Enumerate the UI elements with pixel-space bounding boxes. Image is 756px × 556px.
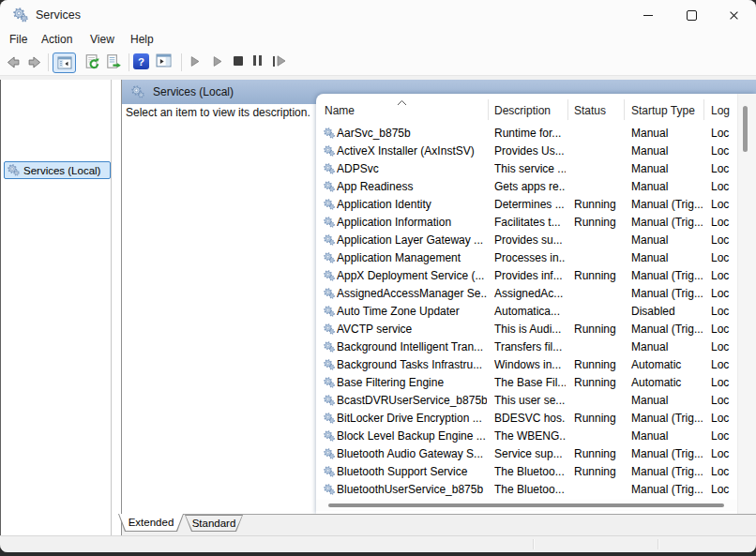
start-service-button[interactable]: [189, 55, 201, 68]
menu-view[interactable]: View: [90, 30, 114, 50]
service-gears-icon: [324, 484, 335, 495]
service-cell-name: BluetoothUserService_b875b: [337, 483, 487, 496]
show-action-pane-button[interactable]: [156, 53, 172, 68]
column-header-status[interactable]: Status: [574, 104, 606, 117]
service-cell-description: The WBENG...: [494, 429, 566, 443]
minimize-button[interactable]: [627, 1, 670, 29]
show-console-tree-button[interactable]: [53, 53, 76, 73]
vertical-scrollbar-thumb[interactable]: [743, 106, 748, 152]
service-cell-startup: Manual (Trig...: [631, 198, 703, 211]
help-button[interactable]: ?: [133, 53, 149, 69]
close-icon: [729, 10, 739, 21]
service-cell-description: Determines ...: [494, 198, 566, 211]
service-cell-description: Provides su...: [494, 233, 566, 247]
service-cell-logon: Loc: [711, 358, 736, 371]
service-cell-name: App Readiness: [337, 180, 487, 193]
pause-service-button[interactable]: [253, 55, 262, 66]
service-row[interactable]: ADPSvc This service ... Manual Loc: [316, 160, 737, 178]
refresh-button[interactable]: [84, 53, 101, 70]
service-row[interactable]: Bluetooth Support Service The Bluetoo...…: [316, 463, 737, 481]
service-row[interactable]: Auto Time Zone Updater Automatica... Dis…: [316, 303, 737, 321]
service-cell-startup: Manual (Trig...: [631, 323, 703, 336]
service-row[interactable]: AssignedAccessManager Se... AssignedAc..…: [316, 285, 737, 303]
service-row[interactable]: Block Level Backup Engine ... The WBENG.…: [316, 428, 737, 445]
service-row[interactable]: Background Intelligent Tran... Transfers…: [316, 338, 737, 356]
menu-bar: File Action View Help: [0, 30, 756, 50]
service-cell-logon: Loc: [711, 483, 736, 496]
service-gears-icon: [324, 217, 335, 228]
forward-arrow-icon: [27, 54, 43, 70]
service-cell-description: Provides inf...: [494, 269, 566, 282]
services-table-body: AarSvc_b875b Runtime for... Manual Loc A…: [316, 125, 737, 499]
service-cell-description: The Bluetoo...: [494, 483, 566, 496]
maximize-icon: [687, 10, 697, 21]
service-cell-startup: Manual: [631, 162, 703, 175]
menu-file[interactable]: File: [9, 30, 27, 50]
column-header-startup[interactable]: Startup Type: [631, 104, 695, 117]
service-row[interactable]: AVCTP service This is Audi... Running Ma…: [316, 321, 737, 338]
column-header-name[interactable]: Name: [325, 104, 355, 117]
title-bar: Services: [0, 0, 756, 30]
service-row[interactable]: Base Filtering Engine The Base Fil... Ru…: [316, 374, 737, 392]
back-button[interactable]: [5, 54, 21, 70]
service-cell-name: BitLocker Drive Encryption ...: [337, 412, 487, 425]
service-gears-icon: [324, 377, 335, 388]
service-cell-logon: Loc: [711, 394, 736, 407]
service-row[interactable]: BcastDVRUserService_b875b This user se..…: [316, 392, 737, 410]
service-row[interactable]: AarSvc_b875b Runtime for... Manual Loc: [316, 125, 737, 143]
close-button[interactable]: [712, 1, 755, 29]
horizontal-scrollbar[interactable]: [316, 500, 737, 511]
service-gears-icon: [324, 430, 335, 442]
stop-service-button[interactable]: [234, 56, 243, 66]
column-header-logon[interactable]: Log: [711, 104, 730, 117]
service-cell-name: ActiveX Installer (AxInstSV): [337, 144, 487, 158]
vertical-scrollbar[interactable]: [737, 94, 756, 515]
service-cell-description: Windows in...: [494, 358, 566, 371]
service-gears-icon: [324, 234, 335, 246]
status-bar: [0, 535, 756, 552]
restart-service-button[interactable]: [273, 55, 286, 67]
service-cell-description: This user se...: [494, 394, 566, 407]
service-row[interactable]: ActiveX Installer (AxInstSV) Provides Us…: [316, 143, 737, 160]
resume-service-button[interactable]: [211, 55, 223, 68]
pause-icon: [253, 55, 262, 66]
service-cell-description: Automatica...: [494, 305, 566, 318]
menu-help[interactable]: Help: [130, 30, 154, 50]
service-cell-status: Running: [574, 376, 621, 389]
service-gears-icon: [324, 270, 335, 281]
service-cell-startup: Automatic: [631, 358, 703, 371]
service-gears-icon: [324, 252, 335, 263]
maximize-button[interactable]: [670, 1, 713, 29]
service-row[interactable]: Application Management Processes in... M…: [316, 249, 737, 267]
service-cell-startup: Manual: [631, 233, 703, 247]
tree-item-services-local[interactable]: Services (Local): [4, 161, 111, 179]
service-cell-logon: Loc: [711, 376, 736, 389]
tab-standard[interactable]: Standard: [185, 515, 243, 532]
service-row[interactable]: BluetoothUserService_b875b The Bluetoo..…: [316, 481, 737, 499]
tab-extended[interactable]: Extended: [118, 514, 184, 532]
menu-action[interactable]: Action: [41, 30, 72, 50]
service-row[interactable]: Application Identity Determines ... Runn…: [316, 196, 737, 214]
service-row[interactable]: Bluetooth Audio Gateway S... Service sup…: [316, 445, 737, 463]
service-row[interactable]: App Readiness Gets apps re... Manual Loc: [316, 178, 737, 196]
service-cell-status: Running: [574, 358, 621, 371]
service-cell-name: Background Intelligent Tran...: [337, 340, 487, 353]
service-cell-name: Application Identity: [337, 198, 487, 211]
service-cell-description: Runtime for...: [494, 127, 566, 140]
service-cell-name: AppX Deployment Service (...: [337, 269, 487, 282]
service-row[interactable]: BitLocker Drive Encryption ... BDESVC ho…: [316, 410, 737, 428]
service-cell-status: Running: [574, 447, 621, 460]
service-row[interactable]: Application Information Facilitates t...…: [316, 214, 737, 232]
service-gears-icon: [324, 181, 335, 192]
service-cell-status: Running: [574, 323, 621, 336]
column-header-description[interactable]: Description: [494, 104, 551, 117]
forward-button[interactable]: [27, 54, 43, 70]
service-row[interactable]: Background Tasks Infrastru... Windows in…: [316, 356, 737, 374]
horizontal-scrollbar-thumb[interactable]: [328, 503, 724, 507]
service-cell-startup: Manual: [631, 251, 703, 264]
service-cell-logon: Loc: [711, 269, 736, 282]
service-row[interactable]: AppX Deployment Service (... Provides in…: [316, 267, 737, 285]
service-row[interactable]: Application Layer Gateway ... Provides s…: [316, 232, 737, 249]
service-cell-description: The Bluetoo...: [494, 465, 566, 478]
export-list-button[interactable]: [105, 53, 122, 70]
